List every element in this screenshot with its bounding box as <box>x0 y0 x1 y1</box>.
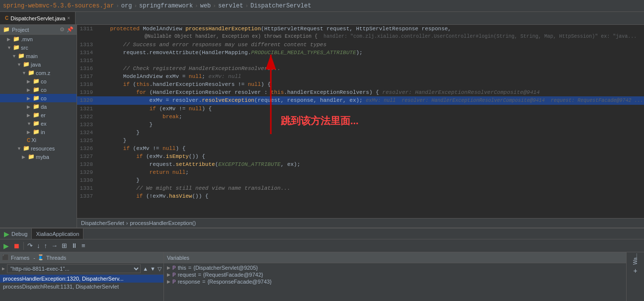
stop-button[interactable]: ⏹ <box>11 241 21 250</box>
line-text: // We might still need view name transla… <box>97 184 644 192</box>
tab-dispatcher-servlet[interactable]: C DispatcherServlet.java × <box>0 12 76 24</box>
tree-item-da[interactable]: ▶ 📁 da <box>0 102 77 111</box>
threads-icon: 🧵 <box>37 254 44 261</box>
line-text: if (this.handlerExceptionResolvers != nu… <box>97 80 644 88</box>
thread-filter-button[interactable]: ▽ <box>158 266 161 272</box>
thread-dropdown[interactable]: "http-nio-8811-exec-1"... <box>7 264 141 273</box>
line-number: 1326 <box>77 145 97 152</box>
path3[interactable]: web <box>200 2 211 9</box>
settings-button[interactable]: ≡ <box>80 241 87 250</box>
tree-label: co <box>41 78 47 84</box>
tree-label: Xi <box>31 137 36 143</box>
arrow-icon: ▶ <box>27 96 32 101</box>
line-number: 1323 <box>77 121 97 129</box>
arrow-icon: ▶ <box>27 87 32 92</box>
line-text: exMv = resolver.resolveException(request… <box>97 96 644 105</box>
tree-item-resources[interactable]: ▼ 📁 resources <box>0 144 77 152</box>
tree-item-ex[interactable]: ▼ 📁 ex <box>0 119 77 128</box>
debug-toolbar: ▶ ⏹ ↷ ↓ ↑ → ⊞ ⏸ ≡ <box>0 239 644 252</box>
path4[interactable]: servlet <box>218 2 243 9</box>
code-line-1315: 1315 <box>77 57 644 65</box>
tree-item-java[interactable]: ▼ 📁 java <box>0 60 77 69</box>
debug-tab-debug[interactable]: ▶ Debug <box>0 228 32 239</box>
tree-label: in <box>41 129 45 135</box>
var-expand-icon: ▶ <box>167 265 170 270</box>
tree-item-main[interactable]: ▼ 📁 main <box>0 52 77 60</box>
var-eq: = <box>188 265 191 271</box>
thread-up-button[interactable]: ▲ <box>143 266 148 272</box>
tree-label: resources <box>31 146 55 151</box>
code-line-1323: 1323 } <box>77 121 644 129</box>
step-into-button[interactable]: ↓ <box>35 241 42 250</box>
debug-panels: ⬛ Frames - 🧵 Threads ▶ "http-nio-8811-ex… <box>0 252 644 301</box>
tree-item-co3[interactable]: ▶ 📁 co <box>0 94 77 102</box>
folder-icon: 📁 <box>33 86 40 93</box>
frame-item-active[interactable]: processHandlerException:1320, Dispatcher… <box>0 275 163 283</box>
var-val-request: {RequestFacade@9742} <box>203 272 263 278</box>
tree-item-myba[interactable]: ▶ 📁 myba <box>0 152 77 161</box>
variables-label: Variables <box>167 255 189 261</box>
var-row-request: ▶ P request = {RequestFacade@9742} <box>165 271 625 278</box>
tree-item-comz[interactable]: ▼ 📁 com.z <box>0 69 77 77</box>
line-number: 1316 <box>77 65 97 73</box>
arrow-icon: ▶ <box>7 37 12 42</box>
sep5: › <box>245 3 248 9</box>
tree-item-xi[interactable]: C Xi <box>0 136 77 144</box>
var-type-icon: P <box>172 279 176 285</box>
line-number: 1331 <box>77 184 97 192</box>
arrow-icon: ▼ <box>17 146 22 151</box>
var-row-this: ▶ P this = {DispatcherServlet@9205} <box>165 264 625 271</box>
line-number: 1313 <box>77 41 97 49</box>
sidebar-pin-icon[interactable]: 📌 <box>67 26 74 33</box>
frame-item-1[interactable]: processDispatchResult:1131, DispatcherSe… <box>0 283 163 291</box>
tree-item-mvn[interactable]: ▶ 📁 .mvn <box>0 35 77 43</box>
watches-label[interactable]: Wa... <box>633 253 638 265</box>
path1[interactable]: org <box>121 2 132 9</box>
folder-icon: 📁 <box>33 112 40 118</box>
breadcrumb-sep: › <box>126 220 128 226</box>
variables-header: Variables <box>164 252 626 263</box>
thread-down-button[interactable]: ▼ <box>150 266 156 272</box>
tab-close-button[interactable]: × <box>67 15 70 21</box>
code-line-1320: 1320 exMv = resolver.resolveException(re… <box>77 96 644 105</box>
sep3: › <box>195 3 198 9</box>
jar-label: spring-webmvc-5.3.6-sources.jar <box>3 2 114 9</box>
line-number: 1330 <box>77 176 97 184</box>
java-icon: C <box>27 138 30 143</box>
step-over-button[interactable]: ↷ <box>26 241 34 250</box>
code-line-1311: 1311 protected ModelAndView processHandl… <box>77 25 644 33</box>
run-to-cursor-button[interactable]: → <box>50 241 59 250</box>
add-watch-button[interactable]: + <box>633 267 637 275</box>
resume-button[interactable]: ▶ <box>2 241 10 250</box>
line-number: 1337 <box>77 192 97 200</box>
arrow-icon: ▼ <box>17 62 22 67</box>
var-expand-icon: ▶ <box>167 272 170 277</box>
step-out-button[interactable]: ↑ <box>43 241 49 250</box>
sidebar-settings-icon[interactable]: ⚙ <box>60 26 65 33</box>
tree-item-er[interactable]: ▶ 📁 er <box>0 111 77 119</box>
tree-item-co1[interactable]: ▶ 📁 co <box>0 77 77 85</box>
arrow-icon: ▼ <box>12 54 17 59</box>
frames-header: ⬛ Frames - 🧵 Threads <box>0 252 163 263</box>
line-text: request.removeAttribute(HandlerMapping.P… <box>97 49 644 57</box>
evaluate-button[interactable]: ⊞ <box>60 241 69 250</box>
sidebar-title: Project <box>12 27 29 33</box>
tree-item-in[interactable]: ▶ 📁 in <box>0 128 77 136</box>
line-text: } <box>97 137 644 145</box>
tree-item-co2[interactable]: ▶ 📁 co <box>0 85 77 94</box>
main-layout: 📁 Project ⚙ 📌 ▶ 📁 .mvn ▼ 📁 src ▼ 📁 main <box>0 25 644 227</box>
thread-selector: ▶ "http-nio-8811-exec-1"... ▲ ▼ ▽ <box>0 263 163 275</box>
debug-area: ▶ Debug XialiaoApplication ▶ ⏹ ↷ ↓ ↑ → ⊞… <box>0 227 644 301</box>
tree-label: main <box>26 53 38 59</box>
tree-label: src <box>21 45 28 51</box>
line-text: request.setAttribute(EXCEPTION_ATTRIBUTE… <box>97 160 644 168</box>
frames-label: Frames <box>11 255 29 261</box>
line-number: 1328 <box>77 160 97 168</box>
debug-tab-app[interactable]: XialiaoApplication <box>32 228 83 239</box>
path2[interactable]: springframework <box>139 2 193 9</box>
line-number: 1319 <box>77 88 97 96</box>
var-name-request: request <box>178 272 196 278</box>
tree-item-src[interactable]: ▼ 📁 src <box>0 43 77 52</box>
pause-button[interactable]: ⏸ <box>70 241 79 250</box>
tree-label: .mvn <box>21 36 33 42</box>
